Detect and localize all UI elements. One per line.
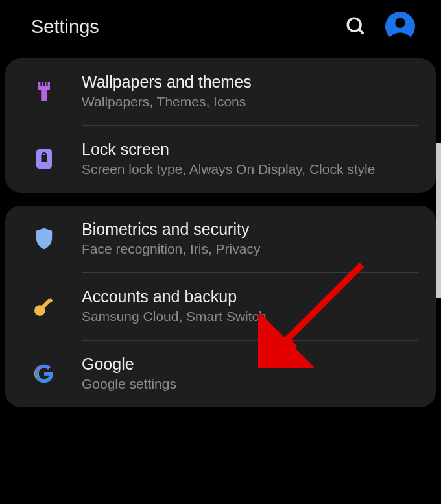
header-actions: [345, 12, 415, 42]
google-icon: [29, 358, 60, 389]
row-subtitle: Wallpapers, Themes, Icons: [82, 94, 418, 110]
search-button[interactable]: [345, 16, 367, 38]
row-text: Google Google settings: [82, 355, 418, 392]
page-title: Settings: [31, 16, 99, 38]
shield-icon: [29, 223, 60, 254]
paintbrush-icon: [29, 76, 60, 107]
svg-point-0: [348, 18, 361, 31]
row-title: Accounts and backup: [82, 287, 418, 306]
lock-icon: [29, 143, 60, 174]
settings-row-wallpapers[interactable]: Wallpapers and themes Wallpapers, Themes…: [5, 58, 436, 125]
row-title: Biometrics and security: [82, 220, 418, 239]
key-icon: [29, 291, 60, 322]
settings-group-2: Biometrics and security Face recognition…: [5, 206, 436, 407]
search-icon: [345, 16, 367, 38]
settings-row-accounts[interactable]: Accounts and backup Samsung Cloud, Smart…: [5, 273, 436, 340]
account-button[interactable]: [385, 12, 415, 42]
settings-row-biometrics[interactable]: Biometrics and security Face recognition…: [5, 206, 436, 272]
row-title: Wallpapers and themes: [82, 73, 418, 91]
settings-group-1: Wallpapers and themes Wallpapers, Themes…: [5, 58, 436, 193]
row-subtitle: Screen lock type, Always On Display, Clo…: [82, 162, 418, 177]
row-text: Biometrics and security Face recognition…: [82, 220, 418, 257]
svg-line-1: [359, 29, 363, 34]
svg-rect-5: [42, 90, 47, 101]
svg-point-3: [395, 18, 405, 28]
settings-row-google[interactable]: Google Google settings: [5, 341, 436, 407]
row-text: Lock screen Screen lock type, Always On …: [82, 140, 418, 177]
row-text: Wallpapers and themes Wallpapers, Themes…: [82, 73, 418, 110]
row-text: Accounts and backup Samsung Cloud, Smart…: [82, 287, 418, 324]
settings-row-lockscreen[interactable]: Lock screen Screen lock type, Always On …: [5, 126, 436, 193]
row-subtitle: Samsung Cloud, Smart Switch: [82, 309, 418, 324]
header: Settings: [0, 0, 441, 53]
scrollbar[interactable]: [436, 143, 441, 298]
row-subtitle: Face recognition, Iris, Privacy: [82, 241, 418, 257]
account-icon: [385, 12, 415, 42]
row-title: Google: [82, 355, 418, 374]
row-subtitle: Google settings: [82, 376, 418, 392]
row-title: Lock screen: [82, 140, 418, 159]
